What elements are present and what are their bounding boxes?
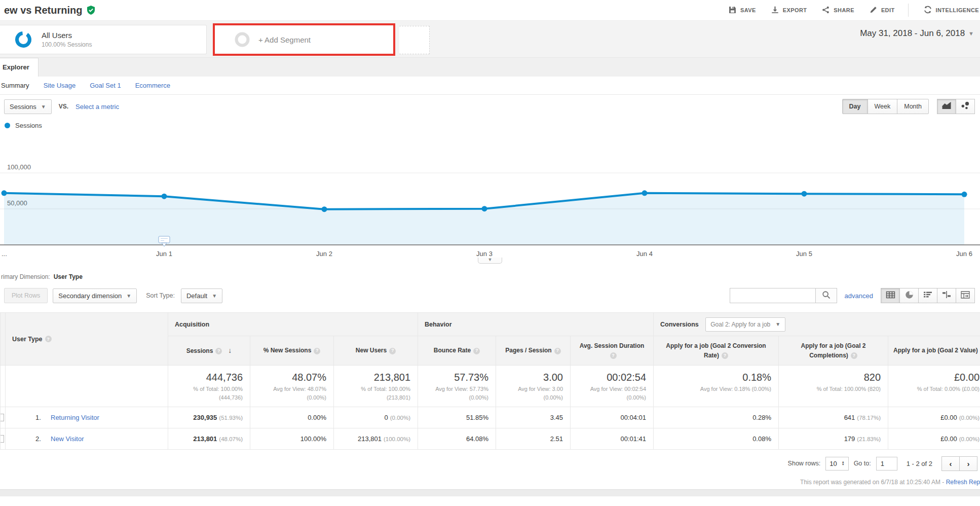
table-row: 1.Returning Visitor230,935(51.93%)0.00%0… bbox=[1, 407, 980, 428]
help-icon[interactable]: ? bbox=[722, 352, 728, 359]
topbar-actions: SAVE EXPORT SHARE EDIT INTELLIGENCE bbox=[713, 4, 980, 17]
subtab-ecommerce[interactable]: Ecommerce bbox=[135, 82, 170, 89]
next-page-button[interactable]: › bbox=[959, 456, 977, 471]
goto-page-input[interactable] bbox=[876, 457, 897, 471]
row-index: 2. bbox=[35, 435, 51, 443]
refresh-report-link[interactable]: Refresh Report bbox=[946, 479, 980, 486]
primary-dimension-user-type[interactable]: User Type bbox=[54, 273, 83, 280]
subtab-summary[interactable]: Summary bbox=[1, 82, 29, 89]
tab-explorer[interactable]: Explorer bbox=[0, 58, 39, 77]
column-header-bounce-rate[interactable]: Bounce Rate? bbox=[418, 336, 496, 366]
data-point[interactable] bbox=[162, 194, 167, 199]
search-input[interactable] bbox=[730, 288, 815, 303]
add-segment-button[interactable]: + Add Segment bbox=[213, 23, 395, 56]
advanced-search-link[interactable]: advanced bbox=[845, 292, 873, 300]
column-header-apply-for-a-job-goal-2-conversion-rate[interactable]: Apply for a job (Goal 2 Conversion Rate)… bbox=[654, 336, 779, 366]
sessions-chart[interactable]: 100,00050,000...Jun 1Jun 2Jun 3Jun 4Jun … bbox=[0, 132, 980, 260]
help-icon[interactable]: ? bbox=[45, 336, 52, 342]
goal-selector[interactable]: Goal 2: Apply for a job ▼ bbox=[705, 317, 785, 332]
granularity-toggle: Day Week Month bbox=[842, 99, 929, 114]
x-axis-tick: Jun 5 bbox=[796, 250, 812, 258]
tab-strip: Explorer bbox=[0, 58, 980, 77]
help-icon[interactable]: ? bbox=[610, 352, 617, 359]
prev-page-button[interactable]: ‹ bbox=[941, 456, 960, 471]
column-header-apply-for-a-job-goal-2-completions[interactable]: Apply for a job (Goal 2 Completions)? bbox=[779, 336, 888, 366]
help-icon[interactable]: ? bbox=[215, 348, 222, 354]
data-point[interactable] bbox=[642, 190, 648, 196]
topbar: ew vs Returning SAVE EXPORT SHARE EDIT I… bbox=[0, 0, 980, 20]
row-checkbox[interactable] bbox=[1, 414, 5, 421]
comparison-view-button[interactable] bbox=[937, 288, 956, 303]
data-point[interactable] bbox=[482, 206, 487, 211]
data-cell: 641(78.17%) bbox=[779, 407, 888, 428]
column-header-avg-session-duration[interactable]: Avg. Session Duration? bbox=[571, 336, 654, 366]
totals-cell: £0.00% of Total: 0.00% (£0.00) bbox=[888, 366, 980, 407]
line-chart-button[interactable] bbox=[937, 99, 956, 114]
granularity-week[interactable]: Week bbox=[868, 99, 898, 114]
comparison-view-icon bbox=[942, 291, 951, 300]
subtab-site-usage[interactable]: Site Usage bbox=[44, 82, 76, 89]
column-header-user-type[interactable]: User Type? bbox=[6, 313, 168, 366]
data-cell: 2.51 bbox=[496, 428, 571, 450]
subtab-goal-set-1[interactable]: Goal Set 1 bbox=[90, 82, 121, 89]
totals-cell: 444,736% of Total: 100.00% (444,736) bbox=[168, 366, 250, 407]
plot-rows-button[interactable]: Plot Rows bbox=[4, 288, 48, 303]
metric-selector[interactable]: Sessions ▼ bbox=[4, 99, 52, 114]
row-link-returning-visitor[interactable]: Returning Visitor bbox=[51, 414, 99, 421]
help-icon[interactable]: ? bbox=[389, 348, 396, 354]
totals-cell: 3.00Avg for View: 3.00 (0.00%) bbox=[496, 366, 571, 407]
edit-button[interactable]: EDIT bbox=[870, 6, 895, 15]
motion-chart-button[interactable] bbox=[956, 99, 975, 114]
data-point[interactable] bbox=[802, 191, 807, 197]
export-button[interactable]: EXPORT bbox=[771, 6, 807, 15]
share-icon bbox=[822, 6, 830, 15]
data-cell: 00:01:41 bbox=[571, 428, 654, 450]
help-icon[interactable]: ? bbox=[851, 352, 857, 359]
pivot-view-button[interactable] bbox=[956, 288, 975, 303]
edit-icon bbox=[870, 6, 877, 15]
show-rows-selector[interactable]: 10 ▲▼ bbox=[825, 457, 848, 471]
data-point[interactable] bbox=[322, 206, 327, 212]
data-point[interactable] bbox=[2, 190, 7, 196]
report-generated-note: This report was generated on 6/7/18 at 1… bbox=[7, 479, 980, 486]
help-icon[interactable]: ? bbox=[314, 348, 320, 354]
vs-label: VS. bbox=[59, 103, 68, 110]
save-button[interactable]: SAVE bbox=[729, 6, 756, 15]
data-cell: 213,801(100.00%) bbox=[334, 428, 418, 450]
secondary-dimension-selector[interactable]: Secondary dimension ▼ bbox=[53, 288, 137, 303]
row-link-new-visitor[interactable]: New Visitor bbox=[51, 435, 84, 443]
help-icon[interactable]: ? bbox=[554, 348, 561, 354]
column-header-sessions[interactable]: Sessions?↓ bbox=[168, 336, 250, 366]
column-header-apply-for-a-job-goal-2-value[interactable]: Apply for a job (Goal 2 Value)? bbox=[888, 336, 980, 366]
data-point[interactable] bbox=[962, 192, 967, 197]
performance-view-button[interactable] bbox=[918, 288, 937, 303]
share-button[interactable]: SHARE bbox=[822, 6, 854, 15]
table-view-button[interactable] bbox=[881, 288, 900, 303]
intelligence-button[interactable]: INTELLIGENCE bbox=[924, 6, 979, 15]
segment-all-users[interactable]: All Users 100.00% Sessions bbox=[0, 25, 207, 54]
date-range-selector[interactable]: May 31, 2018 - Jun 6, 2018 ▼ bbox=[860, 28, 974, 39]
sort-type-selector[interactable]: Default ▼ bbox=[181, 288, 222, 303]
row-index: 1. bbox=[35, 414, 51, 421]
data-cell: 51.85% bbox=[418, 407, 496, 428]
page-title: ew vs Returning bbox=[4, 5, 82, 16]
primary-dimension-label: rimary Dimension: bbox=[1, 273, 50, 280]
search-button[interactable] bbox=[815, 288, 837, 303]
column-header-new-users[interactable]: New Users? bbox=[334, 336, 418, 366]
help-icon[interactable]: ? bbox=[473, 348, 480, 354]
add-segment-ring-icon bbox=[234, 31, 250, 48]
column-header-new-sessions[interactable]: % New Sessions? bbox=[250, 336, 334, 366]
chart-expander-button[interactable]: ▼ bbox=[478, 258, 502, 264]
select-a-metric-link[interactable]: Select a metric bbox=[76, 103, 119, 111]
row-checkbox[interactable] bbox=[1, 435, 5, 443]
percentage-view-button[interactable] bbox=[899, 288, 919, 303]
granularity-month[interactable]: Month bbox=[897, 99, 929, 114]
granularity-day[interactable]: Day bbox=[842, 99, 868, 114]
column-header-pages-session[interactable]: Pages / Session? bbox=[496, 336, 571, 366]
x-axis-tick: ... bbox=[2, 250, 7, 258]
chevron-down-icon: ▼ bbox=[968, 30, 974, 37]
segment-band: All Users 100.00% Sessions + Add Segment… bbox=[0, 20, 980, 58]
annotation-icon[interactable] bbox=[159, 236, 170, 243]
x-axis-tick: Jun 6 bbox=[956, 250, 972, 258]
table-totals-row: 444,736% of Total: 100.00% (444,736)48.0… bbox=[1, 366, 980, 407]
